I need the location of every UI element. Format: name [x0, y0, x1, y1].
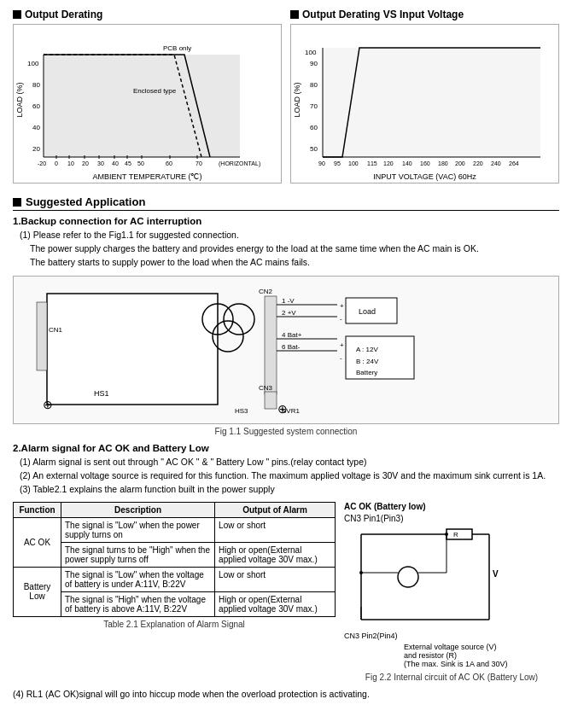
- svg-text:-: -: [340, 315, 342, 323]
- title-square-icon: [13, 10, 21, 19]
- svg-text:70: 70: [310, 102, 318, 110]
- suggested-section-title: Suggested Application: [13, 195, 559, 211]
- output-derating-vs-chart: Output Derating VS Input Voltage LOAD (%…: [290, 9, 559, 183]
- alarm-table: Function Description Output of Alarm AC …: [13, 502, 336, 617]
- svg-rect-80: [447, 529, 472, 539]
- svg-text:R: R: [453, 531, 458, 539]
- alarm-item-0: (1) Alarm signal is sent out through " A…: [20, 456, 559, 469]
- ylabel-left: LOAD (%): [15, 82, 24, 117]
- svg-text:30: 30: [97, 160, 104, 166]
- top-charts: Output Derating LOAD (%) 20 40 60 80 100…: [13, 9, 559, 183]
- svg-text:⊕: ⊕: [277, 402, 288, 416]
- desc-batt-2: The signal is "High" when the voltage of…: [61, 591, 215, 616]
- alarm-acok-1: Low or short: [215, 517, 336, 542]
- circuit-svg: R V: [344, 526, 515, 628]
- svg-text:20: 20: [82, 160, 89, 166]
- table-row-acok-1: AC OK The signal is "Low" when the power…: [14, 517, 336, 542]
- svg-text:100: 100: [305, 49, 317, 56]
- output-derating-vs-label: Output Derating VS Input Voltage: [302, 9, 464, 20]
- desc-acok-1: The signal is "Low" when the power suppl…: [61, 517, 215, 542]
- svg-text:HS3: HS3: [235, 407, 248, 415]
- alarm-acok-2: High or open(External applied voltage 30…: [215, 542, 336, 567]
- svg-rect-52: [265, 296, 277, 394]
- svg-text:1  -V: 1 -V: [282, 297, 295, 305]
- table-caption: Table 2.1 Explanation of Alarm Signal: [13, 620, 336, 629]
- svg-text:⊕: ⊕: [43, 398, 53, 411]
- alarm-batt-1: Low or short: [215, 567, 336, 591]
- bottom-note: (4) RL1 (AC OK)signal will go into hiccu…: [13, 689, 559, 699]
- svg-text:CN1: CN1: [49, 326, 63, 334]
- chart-bg: [44, 55, 240, 157]
- output-derating-chart: Output Derating LOAD (%) 20 40 60 80 100…: [13, 9, 282, 183]
- table-row-batt-2: The signal is "High" when the voltage of…: [14, 591, 336, 616]
- desc-acok-2: The signal turns to be "High" when the p…: [61, 542, 215, 567]
- svg-text:Battery: Battery: [356, 369, 377, 376]
- svg-point-91: [359, 571, 363, 574]
- output-derating-svg-area: LOAD (%) 20 40 60 80 100 PCB only Enclos…: [13, 24, 282, 183]
- svg-text:B : 24V: B : 24V: [356, 358, 379, 365]
- output-derating-title: Output Derating: [13, 9, 282, 20]
- function-acok: AC OK: [14, 517, 61, 567]
- svg-text:50: 50: [137, 160, 144, 166]
- svg-text:(HORIZONTAL): (HORIZONTAL): [219, 160, 260, 167]
- svg-text:160: 160: [420, 160, 430, 166]
- svg-text:240: 240: [491, 160, 501, 166]
- alarm-title: 2.Alarm signal for AC OK and Battery Low: [13, 443, 559, 453]
- system-diagram-svg: HS1 CN1 CN2 1 -V 2 +V 4 Bat+ 6 Bat- CN3: [30, 281, 542, 417]
- alarm-section: 2.Alarm signal for AC OK and Battery Low…: [13, 443, 559, 681]
- circuit-pin1: CN3 Pin1(Pin3): [344, 514, 559, 523]
- output-derating-vs-title: Output Derating VS Input Voltage: [290, 9, 559, 20]
- svg-text:70: 70: [196, 160, 202, 166]
- svg-text:0: 0: [55, 160, 58, 166]
- svg-rect-62: [265, 392, 277, 409]
- svg-text:90: 90: [318, 160, 325, 166]
- alarm-table-area: Function Description Output of Alarm AC …: [13, 502, 336, 682]
- svg-text:V: V: [493, 569, 499, 579]
- svg-text:80: 80: [310, 81, 318, 89]
- fig1-diagram: HS1 CN1 CN2 1 -V 2 +V 4 Bat+ 6 Bat- CN3: [13, 276, 559, 424]
- svg-text:80: 80: [32, 81, 40, 89]
- svg-text:180: 180: [438, 160, 448, 166]
- ylabel-right: LOAD (%): [293, 82, 301, 117]
- circuit-title: AC OK (Battery low): [344, 502, 559, 511]
- section-square-icon: [13, 198, 21, 207]
- fig1-caption: Fig 1.1 Suggested system connection: [13, 427, 559, 436]
- svg-text:+: +: [340, 341, 344, 349]
- svg-text:264: 264: [509, 160, 519, 166]
- svg-text:100: 100: [348, 160, 359, 166]
- fig2-caption: Fig 2.2 Internal circuit of AC OK (Batte…: [344, 673, 559, 682]
- fig1-area: HS1 CN1 CN2 1 -V 2 +V 4 Bat+ 6 Bat- CN3: [13, 276, 559, 436]
- svg-text:95: 95: [334, 160, 341, 166]
- svg-text:6  Bat-: 6 Bat-: [282, 343, 301, 351]
- svg-text:+: +: [340, 302, 344, 310]
- svg-text:90: 90: [310, 60, 318, 67]
- svg-text:100: 100: [27, 60, 39, 67]
- svg-point-47: [224, 304, 254, 335]
- backup-section: 1.Backup connection for AC interruption …: [13, 216, 559, 269]
- alarm-item-2: (3) Table2.1 explains the alarm function…: [20, 483, 559, 497]
- svg-text:2  +V: 2 +V: [282, 309, 296, 317]
- col-description: Description: [61, 502, 215, 517]
- backup-items: (1) Please refer to the Fig1.1 for sugge…: [20, 229, 559, 269]
- pcb-label: PCB only: [163, 44, 191, 52]
- svg-text:115: 115: [367, 160, 377, 166]
- backup-item-1: The power supply charges the battery and…: [30, 242, 559, 256]
- svg-rect-51: [37, 302, 47, 370]
- output-derating-vs-svg-area: LOAD (%) 50 60 70 80 90 100 90 95 100 1: [290, 24, 559, 183]
- alarm-circuit-area: AC OK (Battery low) CN3 Pin1(Pin3) R V: [344, 502, 559, 682]
- svg-text:40: 40: [112, 160, 119, 166]
- col-function: Function: [14, 502, 61, 517]
- svg-rect-45: [47, 294, 218, 405]
- svg-text:200: 200: [455, 160, 465, 166]
- title-square-icon-2: [290, 10, 299, 19]
- suggested-title-label: Suggested Application: [26, 195, 145, 208]
- svg-text:140: 140: [402, 160, 412, 166]
- svg-point-85: [398, 567, 418, 587]
- svg-text:4  Bat+: 4 Bat+: [282, 331, 302, 339]
- svg-text:220: 220: [473, 160, 483, 166]
- svg-text:60: 60: [310, 124, 318, 131]
- svg-text:45: 45: [125, 160, 131, 166]
- output-derating-svg: LOAD (%) 20 40 60 80 100 PCB only Enclos…: [14, 25, 270, 174]
- svg-point-92: [445, 533, 448, 536]
- svg-text:60: 60: [32, 102, 40, 110]
